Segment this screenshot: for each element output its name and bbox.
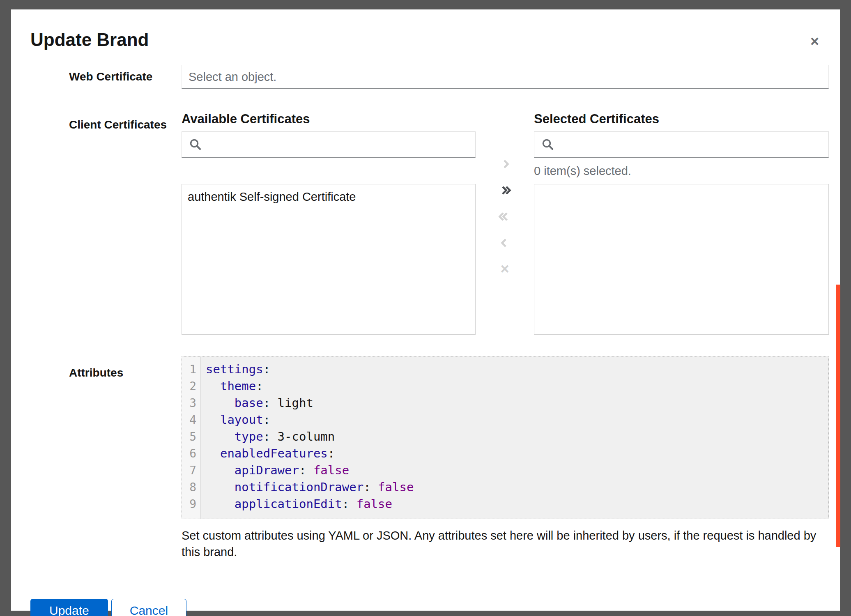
selected-count: 0 item(s) selected. <box>534 164 631 178</box>
code-line: type: 3-column <box>206 428 828 445</box>
search-icon <box>542 138 554 151</box>
move-all-right-button[interactable] <box>501 184 508 196</box>
available-search-box <box>182 131 476 158</box>
code-line: apiDrawer: false <box>206 462 828 479</box>
move-all-left-button[interactable] <box>501 210 508 223</box>
scrollbar-thumb[interactable] <box>836 285 840 547</box>
cancel-button[interactable]: Cancel <box>111 599 186 616</box>
code-line: enabledFeatures: <box>206 445 828 462</box>
web-certificate-label: Web Certificate <box>30 69 182 84</box>
attributes-field: 123456789 settings: theme: base: light l… <box>182 356 829 560</box>
certificate-list-item[interactable]: authentik Self-signed Certificate <box>182 184 475 209</box>
web-certificate-input[interactable] <box>182 65 829 89</box>
cross-icon: × <box>500 262 509 276</box>
line-number: 1 <box>182 361 200 378</box>
available-certificates-listbox[interactable]: authentik Self-signed Certificate <box>182 184 476 335</box>
line-number: 9 <box>182 496 200 513</box>
editor-line-number-gutter: 123456789 <box>182 357 201 519</box>
available-pane: Available Certificates authentik Self-si… <box>182 112 476 335</box>
line-number: 6 <box>182 445 200 462</box>
line-number: 2 <box>182 378 200 395</box>
modal-title: Update Brand <box>30 28 149 51</box>
chevron-left-icon <box>500 238 509 247</box>
editor-code-area[interactable]: settings: theme: base: light layout: typ… <box>201 357 828 519</box>
attributes-row: Attributes 123456789 settings: theme: ba… <box>30 356 829 560</box>
selected-search-box <box>534 131 829 158</box>
selected-pane: Selected Certificates 0 item(s) selected… <box>534 112 829 335</box>
modal-footer: Update Cancel <box>30 599 829 616</box>
search-icon <box>189 138 202 151</box>
selected-search-input[interactable] <box>554 132 828 157</box>
modal-header: Update Brand × <box>30 28 829 51</box>
line-number: 7 <box>182 462 200 479</box>
client-certificates-row: Client Certificates Available Certificat… <box>30 112 829 335</box>
line-number: 8 <box>182 479 200 496</box>
available-heading: Available Certificates <box>182 112 476 126</box>
move-selected-right-button[interactable] <box>501 158 509 170</box>
attributes-help-text: Set custom attributes using YAML or JSON… <box>182 527 829 560</box>
yaml-code-editor[interactable]: 123456789 settings: theme: base: light l… <box>182 356 829 519</box>
code-line: theme: <box>206 378 828 395</box>
available-search-input[interactable] <box>202 132 475 157</box>
close-icon[interactable]: × <box>810 34 819 49</box>
dual-list-selector: Available Certificates authentik Self-si… <box>182 112 829 335</box>
update-brand-modal: Update Brand × Web Certificate Client Ce… <box>11 9 840 611</box>
selected-status-zone: 0 item(s) selected. <box>534 158 829 184</box>
web-certificate-row: Web Certificate <box>30 65 829 89</box>
code-line: base: light <box>206 395 828 411</box>
code-line: layout: <box>206 411 828 428</box>
line-number: 5 <box>182 428 200 445</box>
move-selected-left-button[interactable] <box>501 237 509 249</box>
line-number: 3 <box>182 395 200 411</box>
transfer-controls: × <box>476 112 534 335</box>
chevron-right-icon <box>500 159 509 168</box>
code-line: applicationEdit: false <box>206 496 828 513</box>
update-button[interactable]: Update <box>30 599 108 616</box>
code-line: settings: <box>206 361 828 378</box>
client-certificates-label: Client Certificates <box>30 112 182 335</box>
line-number: 4 <box>182 411 200 428</box>
selected-certificates-listbox[interactable] <box>534 184 829 335</box>
clear-selection-button[interactable]: × <box>500 263 509 275</box>
update-brand-form: Web Certificate Client Certificates Avai… <box>30 65 829 616</box>
selected-heading: Selected Certificates <box>534 112 829 126</box>
available-mid-gap <box>182 158 476 184</box>
code-line: notificationDrawer: false <box>206 479 828 496</box>
attributes-label: Attributes <box>30 356 182 560</box>
dimmed-backdrop: { "modal": { "title": "Update Brand" }, … <box>0 0 851 616</box>
